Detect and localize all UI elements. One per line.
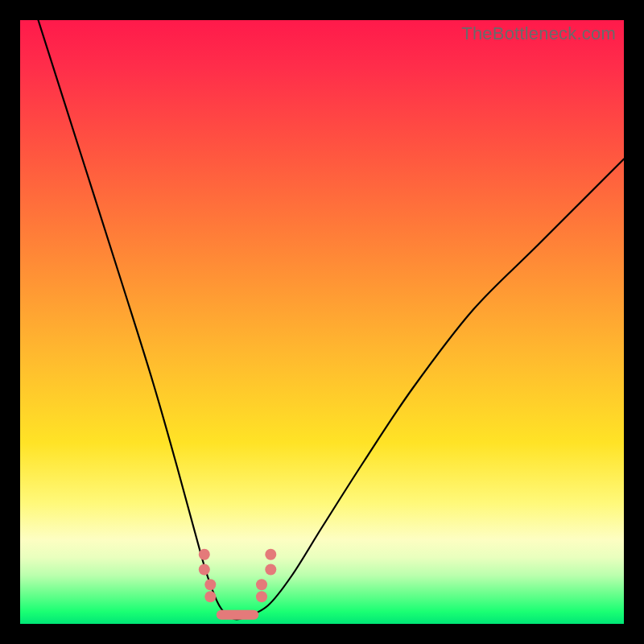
optimal-zone-pill <box>217 610 259 620</box>
optimal-marker-dot-1-1 <box>204 591 216 602</box>
optimal-marker-dot-0-0 <box>199 549 210 560</box>
optimal-marker-dot-0-1 <box>199 564 210 576</box>
optimal-marker-dot-3-0 <box>265 549 276 560</box>
chart-plot-area: TheBottleneck.com <box>20 20 624 624</box>
optimal-marker-dot-2-0 <box>256 579 267 590</box>
bottleneck-curve-svg <box>20 20 624 624</box>
optimal-marker-dot-1-0 <box>204 579 216 590</box>
bottleneck-curve-path <box>39 20 625 619</box>
optimal-marker-dot-2-1 <box>256 591 267 602</box>
optimal-marker-dot-3-1 <box>265 564 276 576</box>
